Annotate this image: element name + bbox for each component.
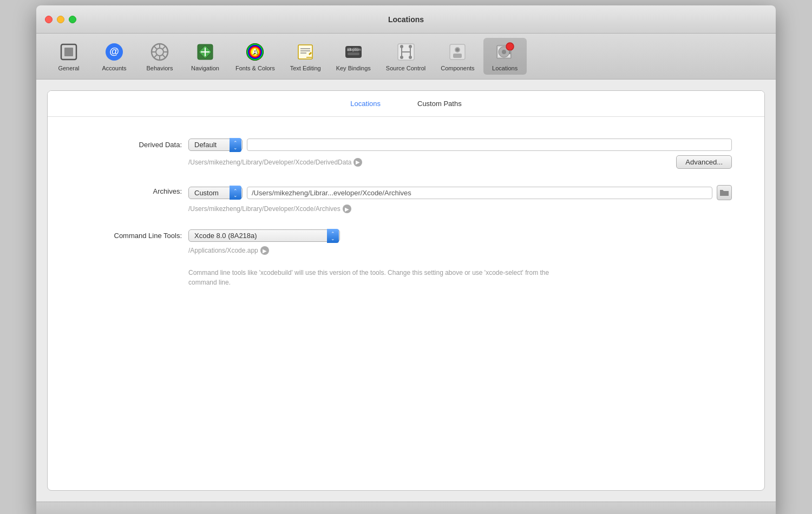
svg-line-10 [154,46,156,49]
text-editing-icon [294,41,316,63]
toolbar-item-navigation[interactable]: Navigation [184,38,227,75]
form: Derived Data: Default Custom [48,117,764,325]
advanced-button[interactable]: Advanced... [676,155,732,169]
window-title: Locations [388,15,424,24]
tab-custom-paths[interactable]: Custom Paths [415,98,464,109]
derived-data-select[interactable]: Default Custom [188,139,243,151]
command-line-tools-select-wrapper: Xcode 8.0 (8A218a) [188,229,340,242]
toolbar-item-components-label: Components [441,65,474,71]
derived-data-select-wrapper: Default Custom [188,139,243,151]
title-bar: Locations [36,5,776,34]
archives-folder-button[interactable] [717,185,732,200]
archives-controls: Custom Default [188,185,732,213]
toolbar-item-navigation-label: Navigation [191,65,219,71]
svg-point-34 [400,45,403,48]
maximize-button[interactable] [69,16,76,23]
general-icon [58,41,80,63]
toolbar-item-general[interactable]: General [47,38,90,75]
toolbar-item-locations-label: Locations [492,65,518,71]
command-line-tools-path: /Applications/Xcode.app ▶ [188,246,269,255]
svg-line-13 [154,55,156,58]
behaviors-icon [149,41,171,63]
fonts-colors-icon: A [244,41,266,63]
accounts-icon: @ [103,41,125,63]
svg-rect-40 [453,54,462,58]
window: Locations General @ Accounts [36,5,776,514]
components-icon [447,41,468,63]
svg-text:@: @ [109,46,119,57]
command-line-tools-description: Command line tools like 'xcodebuild' wil… [188,268,556,287]
close-button[interactable] [45,16,53,23]
archives-inline: Custom Default [188,185,732,200]
minimize-button[interactable] [57,16,64,23]
svg-point-37 [409,56,412,59]
derived-data-path-arrow[interactable]: ▶ [353,158,362,167]
toolbar-item-behaviors[interactable]: Behaviors [138,38,181,75]
toolbar-item-key-bindings[interactable]: alt option Key Bindings [330,38,377,75]
derived-data-inline: Default Custom [188,139,732,151]
toolbar-item-components[interactable]: Components [434,38,481,75]
main-content: Locations Custom Paths Derived Data: Def… [36,80,776,502]
archives-label: Archives: [80,185,188,195]
svg-point-35 [400,56,403,59]
derived-data-label: Derived Data: [80,139,188,149]
svg-point-41 [456,48,459,51]
derived-data-row: Derived Data: Default Custom [80,139,732,169]
toolbar-item-accounts-label: Accounts [102,65,126,71]
svg-point-45 [502,50,506,54]
archives-path: /Users/mikezheng/Library/Developer/Xcode… [188,205,351,213]
command-line-tools-controls: Xcode 8.0 (8A218a) /Applications/Xcode.a… [188,229,732,287]
toolbar-item-text-editing-label: Text Editing [290,65,321,71]
locations-icon [494,41,516,63]
toolbar-item-fonts-colors-label: Fonts & Colors [235,65,275,71]
command-line-tools-path-arrow[interactable]: ▶ [260,246,269,255]
svg-text:option: option [350,48,361,52]
toolbar-item-fonts-colors[interactable]: A Fonts & Colors [229,38,281,75]
svg-rect-27 [348,52,359,55]
command-line-tools-label: Command Line Tools: [80,229,188,240]
content-panel: Locations Custom Paths Derived Data: Def… [47,90,765,491]
derived-data-controls: Default Custom /Users/mikezheng/Library/… [188,139,732,169]
svg-point-5 [156,48,163,56]
svg-rect-19 [298,45,312,59]
svg-text:A: A [252,47,258,56]
derived-data-path-row: /Users/mikezheng/Library/Developer/Xcode… [188,155,732,169]
toolbar-item-general-label: General [58,65,79,71]
toolbar-item-key-bindings-label: Key Bindings [336,65,371,71]
command-line-tools-select[interactable]: Xcode 8.0 (8A218a) [188,229,340,242]
svg-line-11 [163,55,166,58]
key-bindings-icon: alt option [343,41,364,63]
command-line-tools-inline: Xcode 8.0 (8A218a) [188,229,732,242]
navigation-icon [194,41,216,63]
archives-path-arrow[interactable]: ▶ [343,205,351,213]
svg-point-36 [409,45,412,48]
archives-select-wrapper: Custom Default [188,187,243,199]
svg-point-46 [506,43,514,50]
source-control-icon [395,41,417,63]
svg-rect-1 [64,48,73,56]
toolbar-item-text-editing[interactable]: Text Editing [284,38,328,75]
archives-input[interactable] [247,187,712,199]
toolbar-item-source-control[interactable]: Source Control [379,38,432,75]
archives-select[interactable]: Custom Default [188,187,243,199]
derived-data-input[interactable] [247,139,732,151]
toolbar: General @ Accounts [36,34,776,80]
command-line-tools-row: Command Line Tools: Xcode 8.0 (8A218a) [80,229,732,287]
archives-path-row: /Users/mikezheng/Library/Developer/Xcode… [188,205,732,213]
tab-bar: Locations Custom Paths [48,91,764,117]
toolbar-item-accounts[interactable]: @ Accounts [93,38,136,75]
status-bar [36,502,776,514]
toolbar-item-behaviors-label: Behaviors [147,65,173,71]
command-line-tools-path-row: /Applications/Xcode.app ▶ [188,246,732,255]
toolbar-item-locations[interactable]: Locations [483,38,527,75]
derived-data-path: /Users/mikezheng/Library/Developer/Xcode… [188,158,362,167]
svg-line-12 [163,46,166,49]
window-controls [45,16,76,23]
archives-row: Archives: Custom Default [80,185,732,213]
toolbar-item-source-control-label: Source Control [386,65,425,71]
tab-locations[interactable]: Locations [348,98,383,109]
